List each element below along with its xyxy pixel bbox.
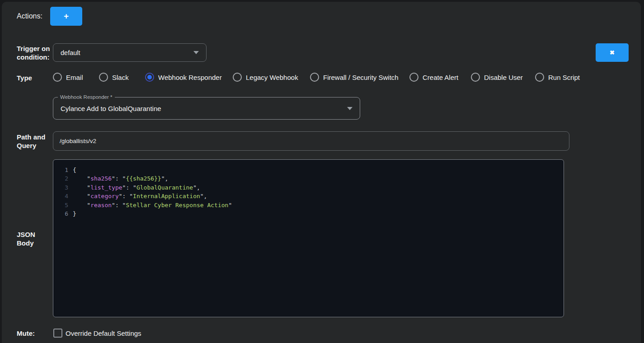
- webhook-responder-floating-label: Webhook Responder *: [58, 94, 115, 100]
- add-action-button[interactable]: +: [50, 7, 82, 26]
- type-radio-run-script[interactable]: Run Script: [535, 72, 580, 82]
- trigger-condition-select[interactable]: default: [53, 43, 207, 62]
- path-query-input[interactable]: /globallists/v2: [53, 131, 569, 151]
- remove-action-button[interactable]: ✖: [596, 43, 629, 62]
- code-line: 1{: [53, 166, 564, 174]
- override-default-settings-label: Override Default Settings: [66, 329, 141, 337]
- radio-label: Webhook Responder: [158, 74, 222, 81]
- radio-label: Email: [66, 74, 83, 81]
- code-line: 2 "sha256": "{{sha256}}",: [53, 174, 564, 183]
- override-default-settings-checkbox[interactable]: [53, 329, 62, 338]
- path-query-value: /globallists/v2: [53, 138, 96, 144]
- webhook-responder-select[interactable]: Webhook Responder * Cylance Add to Globa…: [53, 97, 360, 120]
- code-line: 4 "category": "InternalApplication",: [53, 192, 564, 200]
- type-radio-firewall-security-switch[interactable]: Firewall / Security Switch: [310, 72, 399, 82]
- type-radio-legacy-webhook[interactable]: Legacy Webhook: [233, 72, 298, 82]
- line-number: 6: [53, 209, 68, 218]
- type-radio-disable-user[interactable]: Disable User: [471, 72, 523, 82]
- radio-unselected-icon: [535, 73, 544, 82]
- radio-label: Firewall / Security Switch: [323, 74, 399, 81]
- trigger-condition-value: default: [53, 49, 193, 56]
- radio-unselected-icon: [409, 73, 418, 82]
- type-radio-create-alert[interactable]: Create Alert: [409, 72, 458, 82]
- radio-label: Create Alert: [423, 74, 458, 81]
- type-radio-webhook-responder[interactable]: Webhook Responder: [145, 72, 222, 82]
- path-query-label: Path and Query: [17, 133, 45, 150]
- code-line: 6}: [53, 209, 564, 218]
- type-radio-email[interactable]: Email: [53, 72, 83, 82]
- radio-unselected-icon: [310, 73, 319, 82]
- actions-label: Actions:: [17, 12, 42, 20]
- chevron-down-icon: [347, 107, 353, 110]
- plus-icon: +: [64, 11, 69, 21]
- mute-label: Mute:: [17, 329, 35, 338]
- radio-label: Run Script: [548, 74, 580, 81]
- radio-unselected-icon: [53, 73, 62, 82]
- json-body-editor[interactable]: 1{2 "sha256": "{{sha256}}",3 "list_type"…: [53, 159, 564, 317]
- radio-label: Legacy Webhook: [246, 74, 298, 81]
- webhook-responder-value: Cylance Add to GlobalQuarantine: [53, 105, 347, 112]
- chevron-down-icon: [193, 51, 199, 54]
- type-radio-group: EmailSlackWebhook ResponderLegacy Webhoo…: [2, 72, 641, 83]
- close-icon: ✖: [610, 49, 615, 56]
- radio-selected-icon: [145, 73, 154, 82]
- trigger-condition-label: Trigger on condition:: [17, 44, 50, 61]
- line-number: 3: [53, 183, 68, 192]
- action-config-panel: Actions: + Trigger on condition: default…: [2, 2, 641, 343]
- line-number: 1: [53, 166, 68, 174]
- line-number: 5: [53, 201, 68, 209]
- code-line: 5 "reason": "Stellar Cyber Response Acti…: [53, 201, 564, 209]
- radio-unselected-icon: [471, 73, 480, 82]
- code-line: 3 "list_type": "GlobalQuarantine",: [53, 183, 564, 192]
- radio-unselected-icon: [233, 73, 242, 82]
- line-number: 4: [53, 192, 68, 200]
- line-number: 2: [53, 174, 68, 183]
- json-body-label: JSON Body: [17, 230, 35, 247]
- radio-unselected-icon: [99, 73, 108, 82]
- radio-label: Slack: [112, 74, 129, 81]
- radio-label: Disable User: [484, 74, 523, 81]
- type-radio-slack[interactable]: Slack: [99, 72, 129, 82]
